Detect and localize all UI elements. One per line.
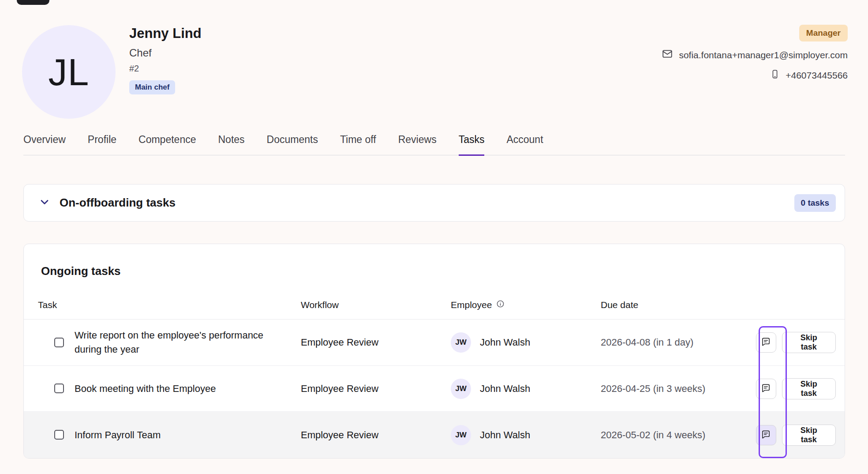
onoffboarding-title: On-offboarding tasks	[60, 196, 176, 210]
comment-button[interactable]	[756, 425, 776, 445]
ongoing-tasks-title: Ongoing tasks	[24, 244, 845, 278]
workflow-cell: Employee Review	[301, 429, 451, 441]
onoffboarding-section[interactable]: On-offboarding tasks 0 tasks	[23, 184, 845, 222]
employee-avatar: JL	[22, 25, 116, 119]
ongoing-tasks-section: Ongoing tasks Task Workflow Employee Due…	[23, 244, 845, 459]
task-count-badge: 0 tasks	[794, 194, 836, 212]
employee-name: John Walsh	[480, 429, 530, 441]
table-row: Inform Payroll Team Employee Review JW J…	[24, 411, 845, 458]
employee-identity: Jenny Lind Chef #2 Main chef	[129, 26, 202, 94]
skip-task-button[interactable]: Skip task	[782, 378, 836, 399]
role-badge: Main chef	[129, 80, 175, 94]
comment-button[interactable]	[756, 332, 776, 353]
contact-info: Manager sofia.fontana+manager1@simployer…	[662, 25, 848, 82]
column-header-task: Task	[38, 300, 301, 310]
employee-profile-page: { "header": { "initials": "JL", "name": …	[0, 0, 868, 474]
workflow-cell: Employee Review	[301, 383, 451, 395]
employee-cell: JW John Walsh	[451, 425, 601, 445]
profile-tab-bar: Overview Profile Competence Notes Docume…	[23, 134, 845, 155]
manager-badge: Manager	[799, 25, 848, 41]
tab-documents[interactable]: Documents	[267, 134, 318, 156]
note-comment-icon	[761, 383, 771, 395]
employee-name: John Walsh	[480, 337, 530, 348]
tab-tasks[interactable]: Tasks	[459, 134, 485, 156]
task-title: Write report on the employee's performan…	[75, 328, 282, 357]
employee-name: John Walsh	[480, 383, 530, 395]
chevron-down-icon[interactable]	[38, 196, 51, 210]
mobile-phone-icon	[770, 68, 780, 82]
task-title: Book meeting with the Employee	[75, 382, 216, 396]
column-header-due-date: Due date	[601, 300, 756, 310]
tab-overview[interactable]: Overview	[23, 134, 66, 156]
column-header-employee-label: Employee	[451, 300, 492, 310]
partial-app-logo	[17, 0, 49, 5]
employee-number: #2	[129, 64, 202, 74]
due-date-cell: 2026-04-25 (in 3 weeks)	[601, 383, 756, 395]
tab-profile[interactable]: Profile	[88, 134, 116, 156]
employee-role: Chef	[129, 47, 202, 59]
tab-competence[interactable]: Competence	[138, 134, 196, 156]
info-icon[interactable]	[496, 300, 505, 310]
note-comment-icon	[761, 337, 771, 348]
employee-avatar-small: JW	[451, 379, 471, 399]
table-row: Write report on the employee's performan…	[24, 320, 845, 365]
employee-cell: JW John Walsh	[451, 379, 601, 399]
task-checkbox[interactable]	[54, 338, 64, 347]
row-actions: Skip task	[756, 332, 836, 353]
row-actions: Skip task	[756, 378, 836, 399]
page-title-employee-name: Jenny Lind	[129, 26, 202, 41]
task-cell: Write report on the employee's performan…	[38, 328, 301, 357]
table-row: Book meeting with the Employee Employee …	[24, 365, 845, 411]
row-actions: Skip task	[756, 425, 836, 446]
skip-task-button[interactable]: Skip task	[782, 332, 836, 353]
table-header: Task Workflow Employee Due date	[24, 290, 845, 320]
column-header-employee: Employee	[451, 300, 601, 310]
phone-text: +46073445566	[786, 70, 848, 81]
task-cell: Inform Payroll Team	[38, 428, 301, 442]
task-checkbox[interactable]	[54, 384, 64, 393]
phone-row: +46073445566	[770, 68, 848, 82]
tab-reviews[interactable]: Reviews	[398, 134, 437, 156]
task-title: Inform Payroll Team	[75, 428, 161, 442]
employee-cell: JW John Walsh	[451, 332, 601, 353]
employee-avatar-small: JW	[451, 332, 471, 353]
note-comment-icon	[761, 429, 771, 441]
avatar-initials: JL	[49, 50, 90, 94]
skip-task-button[interactable]: Skip task	[782, 425, 836, 446]
workflow-cell: Employee Review	[301, 337, 451, 348]
employee-avatar-small: JW	[451, 425, 471, 445]
due-date-cell: 2026-05-02 (in 4 weeks)	[601, 429, 756, 441]
tab-notes[interactable]: Notes	[218, 134, 244, 156]
email-text: sofia.fontana+manager1@simployer.com	[679, 50, 848, 60]
envelope-icon	[662, 48, 673, 62]
email-row: sofia.fontana+manager1@simployer.com	[662, 48, 848, 62]
task-cell: Book meeting with the Employee	[38, 382, 301, 396]
tab-account[interactable]: Account	[506, 134, 543, 156]
comment-button[interactable]	[756, 379, 776, 399]
column-header-workflow: Workflow	[301, 300, 451, 310]
task-checkbox[interactable]	[54, 430, 64, 440]
tab-time-off[interactable]: Time off	[340, 134, 376, 156]
due-date-cell: 2026-04-08 (in 1 day)	[601, 337, 756, 348]
